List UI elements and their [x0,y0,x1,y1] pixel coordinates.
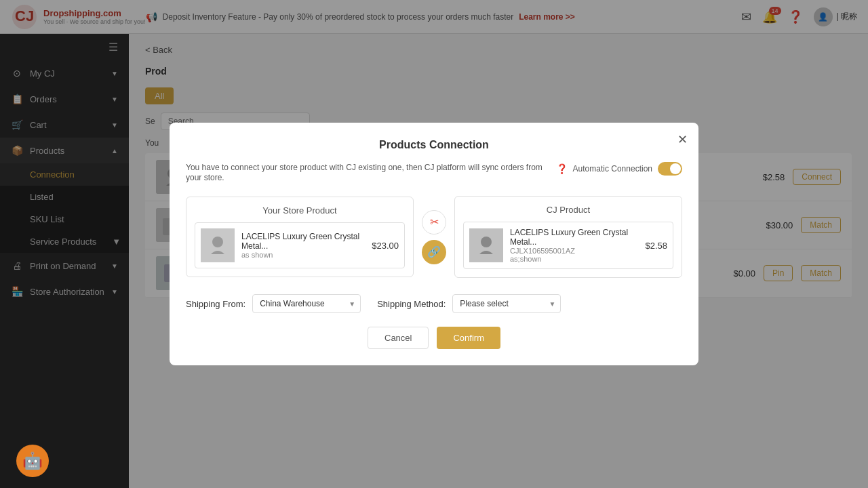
store-product-info: LACELIPS Luxury Green Crystal Metal... a… [241,232,365,259]
shipping-from-group: Shipping From: China Warehouse US Wareho… [186,294,361,313]
store-product-title: Your Store Product [195,205,405,216]
svg-point-9 [212,237,223,247]
store-product-box: Your Store Product LACELIPS Luxury Green… [186,197,414,277]
modal-close-button[interactable]: ✕ [677,132,688,147]
modal-actions: Cancel Confirm [186,327,682,349]
cj-product-box: CJ Product LACELIPS Luxury Green Crystal… [454,196,682,278]
link-icon: 🔗 [422,240,446,264]
cj-product-price: $2.58 [645,241,667,251]
store-product-card: LACELIPS Luxury Green Crystal Metal... a… [195,222,405,268]
auto-connection-label: Automatic Connection [573,164,652,174]
modal-overlay: Products Connection ✕ You have to connec… [0,0,868,488]
cj-product-card: LACELIPS Luxury Green Crystal Metal... C… [463,222,673,269]
shipping-method-select[interactable]: Please select ePacket CJPacket DHL [452,294,561,313]
shipping-from-select[interactable]: China Warehouse US Warehouse EU Warehous… [252,294,361,313]
cj-product-info: LACELIPS Luxury Green Crystal Metal... C… [510,228,638,263]
store-product-price: $23.00 [372,241,399,251]
cj-product-name: LACELIPS Luxury Green Crystal Metal... [510,228,638,247]
shipping-row: Shipping From: China Warehouse US Wareho… [186,294,682,313]
store-product-sub: as shown [241,251,365,259]
modal-description: You have to connect your store product w… [186,162,545,182]
modal-desc-text: You have to connect your store product w… [186,163,542,182]
auto-connection-info-icon[interactable]: ❓ [556,163,568,174]
modal-title: Products Connection [186,139,682,151]
confirm-button[interactable]: Confirm [437,327,500,349]
cut-icon[interactable]: ✂ [422,210,446,235]
shipping-from-label: Shipping From: [186,299,245,309]
cj-product-image [469,228,503,262]
store-product-name: LACELIPS Luxury Green Crystal Metal... [241,232,365,251]
connection-area: Your Store Product LACELIPS Luxury Green… [186,196,682,278]
shipping-method-select-wrapper: Please select ePacket CJPacket DHL ▼ [452,294,561,313]
cancel-button[interactable]: Cancel [368,327,429,349]
chatbot-button[interactable]: 🤖 [16,445,49,477]
shipping-method-group: Shipping Method: Please select ePacket C… [377,294,561,313]
shipping-from-select-wrapper: China Warehouse US Warehouse EU Warehous… [252,294,361,313]
products-connection-modal: Products Connection ✕ You have to connec… [170,123,698,365]
shipping-method-label: Shipping Method: [377,299,446,309]
svg-point-11 [481,237,492,247]
cj-product-sub: as;shown [510,255,638,263]
auto-connection-toggle[interactable] [658,162,682,176]
cj-product-sku: CJLX106595001AZ [510,247,638,255]
store-product-image [201,228,235,262]
auto-connection-area: ❓ Automatic Connection [556,162,682,176]
chatbot-icon: 🤖 [22,451,43,470]
connection-icons: ✂ 🔗 [422,210,446,264]
cj-product-title: CJ Product [463,205,673,215]
